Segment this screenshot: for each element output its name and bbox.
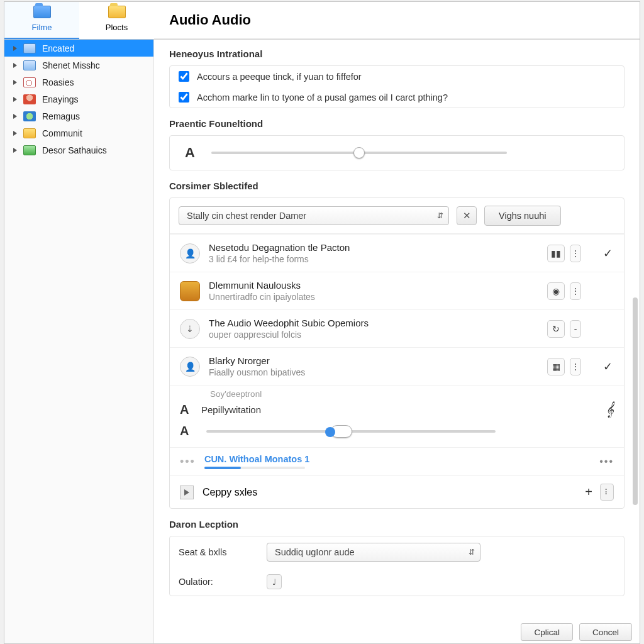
slider-thumb[interactable] bbox=[353, 147, 365, 158]
sidebar-item-label: Communit bbox=[42, 128, 82, 138]
section-heading: Daron Lecption bbox=[169, 519, 625, 530]
list-item[interactable]: 👤 Blarky Nrorger Fiaally ousmon bipative… bbox=[170, 347, 624, 385]
list-actions: ◉ ⋮ bbox=[547, 282, 614, 300]
seat-row: Seat & bxlls Suddiq ugIonr aude ⇵ bbox=[170, 536, 624, 568]
text-size-icon: A bbox=[180, 424, 201, 438]
clear-button[interactable]: ✕ bbox=[457, 206, 477, 225]
music-note-icon: 𝄞 bbox=[606, 401, 614, 418]
close-icon: ✕ bbox=[463, 210, 471, 221]
sidebar-item-desor[interactable]: Desor Sathauics bbox=[4, 142, 153, 158]
chevron-updown-icon: ⇵ bbox=[469, 548, 475, 557]
list-item-subtitle: Fiaally ousmon bipatives bbox=[209, 367, 547, 377]
sidebar-item-roasies[interactable]: Roasies bbox=[4, 74, 153, 91]
content-pane[interactable]: Heneoyus Intrational Accours a peeque ti… bbox=[154, 40, 640, 643]
list-text: The Audio Weedophit Subic Opemiors ouper… bbox=[209, 318, 547, 340]
section-font: Praentic Founeltiond A bbox=[154, 109, 640, 172]
user-icon bbox=[23, 94, 36, 104]
arrow-up-icon[interactable]: ↻ bbox=[547, 320, 565, 338]
checkbox-row-2[interactable]: Acchom marke lin to tyone of a pusal gam… bbox=[170, 87, 624, 108]
minus-icon[interactable]: - bbox=[570, 320, 581, 338]
toggle-thumb[interactable] bbox=[331, 425, 352, 438]
list-item-subtitle: Unnertiradfo cin ipaiyolates bbox=[209, 292, 547, 302]
more-icon[interactable]: ••• bbox=[599, 456, 614, 467]
sidebar-item-shenet[interactable]: Shenet Misshc bbox=[4, 57, 153, 74]
list-actions: ↻ - bbox=[547, 320, 614, 338]
list-item[interactable]: 👤 Nesetodu Degagnation tle Pacton 3 lid … bbox=[170, 234, 624, 272]
folder-icon bbox=[33, 6, 51, 18]
avatar-icon: 👤 bbox=[180, 243, 200, 264]
tab-filme[interactable]: Filme bbox=[4, 2, 79, 39]
scrollbar-track[interactable] bbox=[633, 84, 639, 606]
chevron-right-icon bbox=[13, 46, 17, 51]
folder-icon bbox=[23, 128, 36, 138]
checkbox-acchom[interactable] bbox=[179, 92, 189, 103]
sub-block: Soy'deeptronl A Pepillywitation 𝄞 A bbox=[170, 385, 624, 447]
font-size-slider[interactable] bbox=[211, 152, 507, 154]
options-chip[interactable]: ⠇ bbox=[600, 484, 614, 501]
checkbox-label: Accours a peeque tinck, if yuan to fiffe… bbox=[197, 72, 362, 82]
calendar-icon[interactable]: ▦ bbox=[547, 358, 565, 375]
daron-panel: Seat & bxlls Suddiq ugIonr aude ⇵ Oulati… bbox=[169, 536, 625, 596]
tab-plocts[interactable]: Plocts bbox=[79, 2, 154, 39]
sidebar-item-label: Enayings bbox=[42, 94, 79, 104]
sidebar-item-remagus[interactable]: Remagus bbox=[4, 108, 153, 125]
record-icon bbox=[23, 77, 36, 87]
list-item-title: Blarky Nrorger bbox=[209, 355, 547, 366]
select-value: Stally cin chest render Damer bbox=[187, 211, 306, 221]
sidebar-item-encated[interactable]: Encated bbox=[4, 40, 153, 57]
globe-icon[interactable]: ◉ bbox=[547, 282, 565, 300]
play-row[interactable]: Ceppy sxles + ⠇ bbox=[170, 475, 624, 508]
play-icon[interactable] bbox=[180, 486, 194, 499]
text-size-icon: A bbox=[180, 402, 201, 417]
list-item[interactable]: ⇣ The Audio Weedophit Subic Opemiors oup… bbox=[170, 309, 624, 347]
toggle-label: Pepillywitation bbox=[201, 404, 261, 415]
checkbox-accours[interactable] bbox=[179, 71, 189, 82]
avatar-icon: 👤 bbox=[180, 357, 200, 377]
sidebar-item-communit[interactable]: Communit bbox=[4, 125, 153, 142]
list-item-subtitle: ouper oappresciul folcis bbox=[209, 330, 547, 340]
select-value: Suddiq ugIonr aude bbox=[275, 547, 355, 557]
corsimer-panel: Stally cin chest render Damer ⇵ ✕ Vighs … bbox=[169, 197, 625, 509]
stepper-icon[interactable]: ⋮ bbox=[570, 358, 581, 375]
cancel-button[interactable]: Concel bbox=[579, 623, 632, 641]
avatar-icon: ⇣ bbox=[180, 319, 200, 339]
sidebar-item-label: Shenet Misshc bbox=[42, 60, 100, 70]
document-icon bbox=[23, 43, 36, 53]
section-intro: Heneoyus Intrational Accours a peeque ti… bbox=[154, 40, 640, 109]
ok-button[interactable]: Cplical bbox=[521, 623, 573, 641]
field-label: Seat & bxlls bbox=[179, 547, 267, 557]
chevron-right-icon bbox=[13, 131, 17, 136]
check-icon: ✓ bbox=[601, 247, 614, 260]
section-corsimer: Corsimer Sblectifed Stally cin chest ren… bbox=[154, 172, 640, 510]
list-item-subtitle: 3 lid £4 for help-the forms bbox=[209, 254, 547, 264]
chevron-right-icon bbox=[13, 148, 17, 153]
intro-panel: Accours a peeque tinck, if yuan to fiffe… bbox=[169, 65, 625, 108]
folder-icon bbox=[108, 6, 126, 18]
section-heading: Praentic Founeltiond bbox=[169, 118, 625, 129]
checkbox-label: Acchom marke lin to tyone of a pusal gam… bbox=[197, 92, 448, 103]
checkbox-row-1[interactable]: Accours a peeque tinck, if yuan to fiffe… bbox=[170, 66, 624, 87]
list-item[interactable]: Dlemmunit Naulousks Unnertiradfo cin ipa… bbox=[170, 272, 624, 309]
app-icon bbox=[180, 281, 200, 301]
sidebar-item-enayings[interactable]: Enayings bbox=[4, 91, 153, 108]
seat-select[interactable]: Suddiq ugIonr aude ⇵ bbox=[267, 543, 480, 562]
note-chip[interactable]: ♩ bbox=[267, 574, 282, 589]
header-tabs: Filme Plocts bbox=[4, 2, 154, 39]
settings-window: Filme Plocts Audio Audio Encated Shenet … bbox=[4, 1, 640, 644]
stepper-icon[interactable]: ⋮ bbox=[570, 245, 581, 262]
progress-bar bbox=[204, 467, 305, 469]
toggle-slider[interactable] bbox=[206, 430, 496, 433]
stepper-icon[interactable]: ⋮ bbox=[570, 282, 581, 300]
add-icon[interactable]: + bbox=[585, 485, 592, 499]
list-item-title: The Audio Weedophit Subic Opemiors bbox=[209, 318, 547, 328]
vighs-button[interactable]: Vighs nuuhi bbox=[484, 206, 561, 226]
body: Encated Shenet Misshc Roasies Enayings R bbox=[4, 40, 640, 643]
scrollbar-thumb[interactable] bbox=[633, 297, 638, 505]
chevron-right-icon bbox=[13, 114, 17, 119]
top-bar: Filme Plocts Audio Audio bbox=[4, 2, 640, 40]
list-text: Nesetodu Degagnation tle Pacton 3 lid £4… bbox=[209, 242, 547, 264]
render-select[interactable]: Stally cin chest render Damer ⇵ bbox=[179, 206, 449, 225]
chevron-right-icon bbox=[13, 97, 17, 102]
bars-icon[interactable]: ▮▮ bbox=[547, 245, 565, 262]
oulatior-row: Oulatior: ♩ bbox=[170, 568, 624, 596]
